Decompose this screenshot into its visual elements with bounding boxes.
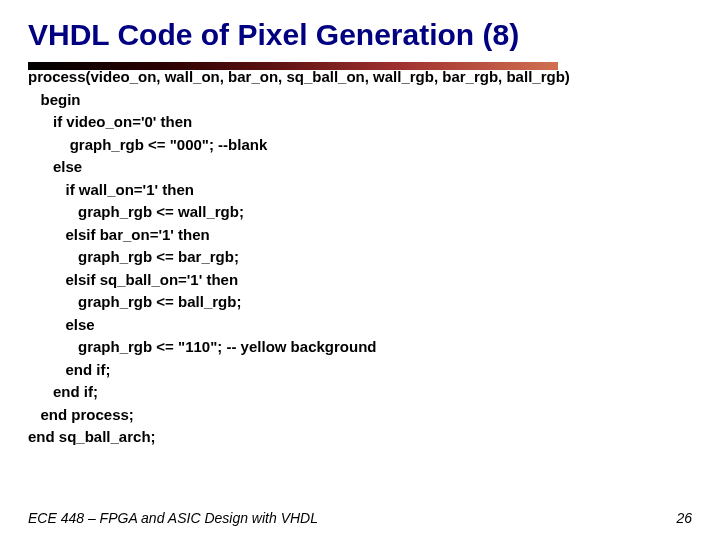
code-line: process(video_on, wall_on, bar_on, sq_ba… <box>28 66 692 89</box>
code-line: elsif sq_ball_on='1' then <box>28 269 692 292</box>
code-line: graph_rgb <= ball_rgb; <box>28 291 692 314</box>
code-line: elsif bar_on='1' then <box>28 224 692 247</box>
slide-title: VHDL Code of Pixel Generation (8) <box>28 18 692 52</box>
code-line: end if; <box>28 381 692 404</box>
code-line: begin <box>28 89 692 112</box>
code-line: if wall_on='1' then <box>28 179 692 202</box>
code-line: end sq_ball_arch; <box>28 426 692 449</box>
page-number: 26 <box>676 510 692 526</box>
code-line: if video_on='0' then <box>28 111 692 134</box>
footer-text: ECE 448 – FPGA and ASIC Design with VHDL <box>28 510 318 526</box>
code-block: process(video_on, wall_on, bar_on, sq_ba… <box>28 66 692 449</box>
code-line: end if; <box>28 359 692 382</box>
code-line: end process; <box>28 404 692 427</box>
code-line: graph_rgb <= bar_rgb; <box>28 246 692 269</box>
slide: VHDL Code of Pixel Generation (8) proces… <box>0 0 720 540</box>
code-line: else <box>28 314 692 337</box>
code-line: else <box>28 156 692 179</box>
code-line: graph_rgb <= wall_rgb; <box>28 201 692 224</box>
code-line: graph_rgb <= "000"; --blank <box>28 134 692 157</box>
code-line: graph_rgb <= "110"; -- yellow background <box>28 336 692 359</box>
footer: ECE 448 – FPGA and ASIC Design with VHDL… <box>28 510 692 526</box>
